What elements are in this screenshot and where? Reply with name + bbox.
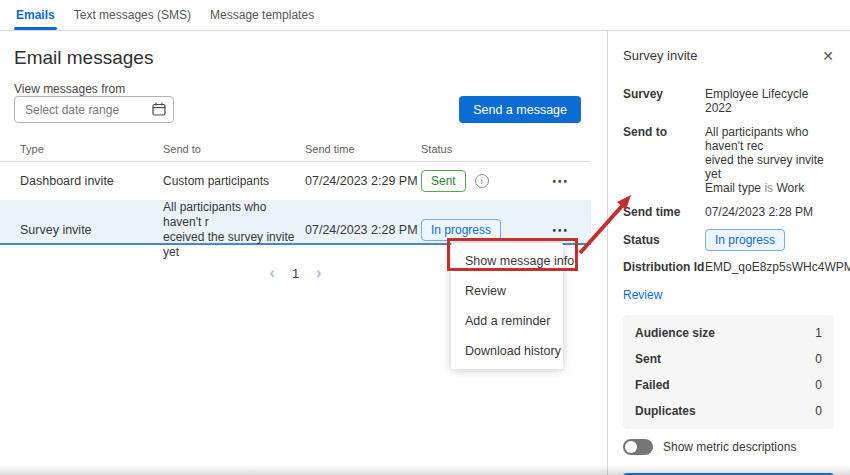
- cell-type: Dashboard invite: [20, 174, 163, 188]
- view-messages-from-label: View messages from: [14, 82, 125, 96]
- send-to-label: Send to: [623, 125, 705, 195]
- metric-audience-size: Audience size 1: [635, 320, 822, 346]
- field-distribution-id: Distribution Id EMD_qoE8zp5sWHc4WPM: [623, 260, 834, 274]
- header-status: Status: [421, 143, 541, 155]
- distribution-id-label: Distribution Id: [623, 260, 705, 274]
- survey-value: Employee Lifecycle 2022: [705, 87, 834, 115]
- metric-label: Sent: [635, 352, 661, 366]
- menu-item-add-a-reminder[interactable]: Add a reminder: [451, 306, 563, 336]
- tab-emails[interactable]: Emails: [14, 0, 57, 30]
- cell-send-to: All participants who haven't r eceived t…: [163, 200, 305, 260]
- table-row-dashboard-invite[interactable]: Dashboard invite Custom participants 07/…: [0, 162, 591, 200]
- metric-failed: Failed 0: [635, 372, 822, 398]
- status-label: Status: [623, 233, 705, 247]
- menu-item-download-history[interactable]: Download history: [451, 336, 563, 366]
- status-badge-in-progress: In progress: [421, 219, 501, 241]
- email-type-text: Email type: [705, 181, 761, 195]
- info-icon[interactable]: i: [475, 174, 489, 188]
- metric-label: Duplicates: [635, 404, 696, 418]
- date-range-input[interactable]: [14, 96, 174, 123]
- panel-title: Survey invite: [623, 48, 697, 63]
- send-time-label: Send time: [623, 205, 705, 219]
- metric-duplicates: Duplicates 0: [635, 398, 822, 424]
- header-send-time: Send time: [305, 143, 421, 155]
- previous-page-chevron-icon[interactable]: ‹: [270, 265, 275, 281]
- table-row-survey-invite-selected[interactable]: Survey invite All participants who haven…: [0, 200, 591, 245]
- status-badge-sent: Sent: [421, 170, 466, 192]
- cell-send-time: 07/24/2023 2:29 PM: [305, 174, 421, 188]
- row-actions-ellipsis-icon[interactable]: •••: [552, 176, 569, 187]
- cell-status: In progress: [421, 219, 541, 241]
- survey-label: Survey: [623, 87, 705, 115]
- send-to-line1: All participants who haven't r: [163, 200, 295, 230]
- next-page-chevron-icon[interactable]: ›: [316, 265, 321, 281]
- messages-table-header: Type Send to Send time Status: [0, 136, 591, 162]
- tab-message-templates[interactable]: Message templates: [208, 0, 316, 30]
- email-type-value: Work: [776, 181, 804, 195]
- page-number[interactable]: 1: [292, 266, 299, 281]
- metric-value: 0: [815, 404, 822, 418]
- metric-label: Failed: [635, 378, 670, 392]
- message-info-panel: Survey invite ✕ Survey Employee Lifecycl…: [607, 31, 850, 475]
- toggle-knob: [625, 441, 637, 453]
- cell-status: Sent i: [421, 170, 541, 192]
- close-icon[interactable]: ✕: [822, 49, 834, 63]
- send-time-value: 07/24/2023 2:28 PM: [705, 205, 813, 219]
- metrics-box: Audience size 1 Sent 0 Failed 0 Duplicat…: [623, 315, 834, 429]
- field-survey: Survey Employee Lifecycle 2022: [623, 87, 834, 115]
- row-actions-ellipsis-icon[interactable]: •••: [552, 225, 569, 236]
- email-type-is: is: [764, 181, 773, 195]
- metric-value: 0: [815, 352, 822, 366]
- header-send-to: Send to: [163, 143, 305, 155]
- metric-value: 0: [815, 378, 822, 392]
- distribution-id-value: EMD_qoE8zp5sWHc4WPM: [705, 260, 850, 274]
- metric-descriptions-toggle-row: Show metric descriptions: [623, 439, 834, 455]
- show-metric-descriptions-toggle[interactable]: [623, 439, 653, 455]
- field-send-to: Send to All participants who haven't rec…: [623, 125, 834, 195]
- metric-value: 1: [815, 326, 822, 340]
- field-status: Status In progress: [623, 229, 834, 251]
- metric-label: Audience size: [635, 326, 715, 340]
- send-a-message-button[interactable]: Send a message: [459, 96, 581, 123]
- header-type: Type: [20, 143, 163, 155]
- metric-sent: Sent 0: [635, 346, 822, 372]
- email-distribution-page: Emails Text messages (SMS) Message templ…: [0, 0, 850, 475]
- email-type-line: Email type is Work: [705, 181, 834, 195]
- review-link[interactable]: Review: [623, 288, 662, 302]
- send-to-line2: eceived the survey invite yet: [163, 230, 295, 260]
- date-range-field: [14, 96, 174, 123]
- send-to-value: All participants who haven't rec eived t…: [705, 125, 834, 195]
- top-tab-bar: Emails Text messages (SMS) Message templ…: [0, 0, 850, 31]
- row-actions-context-menu: Show message info Review Add a reminder …: [451, 243, 563, 369]
- send-to-line2: eived the survey invite yet: [705, 153, 834, 181]
- menu-item-review[interactable]: Review: [451, 276, 563, 306]
- toggle-label: Show metric descriptions: [663, 440, 796, 454]
- status-badge-in-progress: In progress: [705, 229, 785, 251]
- cell-type: Survey invite: [20, 223, 163, 237]
- page-title: Email messages: [14, 47, 153, 69]
- messages-table: Type Send to Send time Status Dashboard …: [0, 136, 591, 245]
- cell-send-time: 07/24/2023 2:28 PM: [305, 223, 421, 237]
- tab-text-messages-sms[interactable]: Text messages (SMS): [72, 0, 193, 30]
- menu-item-show-message-info[interactable]: Show message info: [451, 246, 563, 276]
- send-to-line1: All participants who haven't rec: [705, 125, 834, 153]
- cell-send-to: Custom participants: [163, 174, 305, 189]
- field-send-time: Send time 07/24/2023 2:28 PM: [623, 205, 834, 219]
